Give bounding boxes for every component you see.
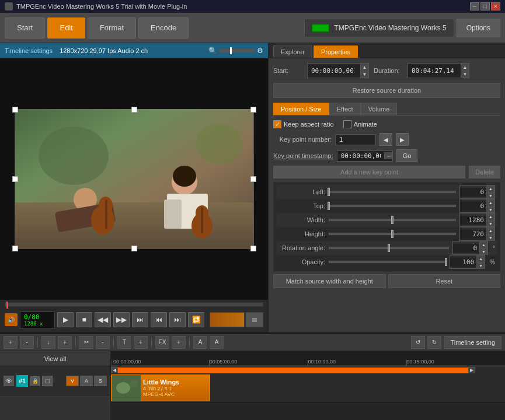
text-button[interactable]: T (117, 336, 131, 349)
opacity-slider-thumb[interactable] (445, 258, 447, 266)
sub-tab-position-size[interactable]: Position / Size (273, 103, 329, 115)
fx-button[interactable]: FX (155, 336, 169, 349)
subtitle-track-button[interactable]: S (94, 376, 107, 386)
prev-button[interactable]: ◀◀ (95, 312, 111, 327)
end-button[interactable]: ⏭ (132, 312, 148, 327)
width-slider[interactable] (329, 219, 456, 221)
opacity-value[interactable] (450, 258, 476, 267)
duration-input[interactable] (408, 66, 461, 76)
lock-icon[interactable]: 🔒 (30, 376, 40, 386)
top-spin-down[interactable]: ▼ (486, 206, 494, 212)
rotation-slider[interactable] (329, 247, 449, 249)
height-slider[interactable] (329, 233, 456, 235)
opacity-spin-up[interactable]: ▲ (476, 256, 485, 262)
go-button[interactable]: Go (396, 149, 418, 162)
redo-button[interactable]: ↻ (427, 336, 441, 349)
top-slider-thumb[interactable] (328, 202, 330, 210)
rotation-value[interactable] (453, 244, 479, 253)
video-track-button[interactable]: V (66, 376, 79, 386)
audio-b-button[interactable]: A (210, 336, 224, 349)
left-spin-up[interactable]: ▲ (486, 186, 494, 192)
height-spin-up[interactable]: ▲ (486, 228, 494, 234)
handle-bottom-right[interactable] (250, 246, 256, 251)
key-point-prev-button[interactable] (379, 133, 392, 146)
height-spin-down[interactable]: ▼ (486, 234, 494, 240)
frame-prev-button[interactable]: ⏮ (151, 312, 167, 327)
width-spin-up[interactable]: ▲ (486, 214, 494, 220)
add-key-point-button[interactable]: Add a new key point (273, 166, 465, 178)
animate-checkbox[interactable] (343, 120, 351, 128)
track-settings-icon[interactable]: □ (42, 376, 53, 386)
match-source-button[interactable]: Match source width and height (273, 274, 386, 288)
sub-tab-volume[interactable]: Volume (361, 103, 398, 115)
scroll-right-arrow[interactable]: ▶ (468, 367, 475, 374)
start-spin-up[interactable]: ▲ (360, 64, 368, 71)
cut-button[interactable]: ✂ (79, 336, 93, 349)
duration-spin-down[interactable]: ▼ (461, 71, 469, 78)
scroll-thumb[interactable] (118, 368, 468, 373)
top-slider[interactable] (329, 205, 456, 207)
titlebar-controls[interactable]: ─ □ ✕ (470, 2, 500, 10)
undo-button[interactable]: ↺ (411, 336, 425, 349)
loop-button[interactable]: 🔁 (188, 312, 204, 327)
horizontal-scrollbar[interactable]: ◀ ▶ (111, 366, 505, 373)
handle-top-right[interactable] (250, 107, 256, 113)
reset-button[interactable]: Reset (388, 274, 501, 288)
handle-middle-right[interactable] (250, 176, 256, 182)
delete-button[interactable]: Delete (469, 166, 500, 178)
format-button[interactable]: Format (88, 18, 136, 38)
remove-track-button[interactable]: - (20, 336, 34, 349)
close-button[interactable]: ✕ (491, 2, 500, 10)
scroll-left-arrow[interactable]: ◀ (111, 367, 118, 374)
timestamp-spin[interactable]: – (384, 152, 392, 159)
handle-bottom-left[interactable] (12, 246, 18, 251)
track-eye-icon[interactable]: 👁 (4, 376, 14, 386)
maximize-button[interactable]: □ (480, 2, 490, 10)
key-point-number-input[interactable] (335, 134, 376, 145)
handle-middle-left[interactable] (12, 176, 18, 182)
width-slider-thumb[interactable] (391, 216, 393, 224)
text-add-button[interactable]: + (134, 336, 148, 349)
fx-add-button[interactable]: + (172, 336, 186, 349)
audio-a-button[interactable]: A (193, 336, 207, 349)
width-spin-down[interactable]: ▼ (486, 220, 494, 226)
encode-button[interactable]: Encode (138, 18, 189, 38)
start-input[interactable] (308, 66, 360, 76)
edit-button[interactable]: Edit (47, 18, 85, 38)
keep-aspect-ratio-checkbox[interactable]: ✓ (273, 120, 281, 128)
tab-properties[interactable]: Properties (314, 46, 358, 58)
add-item-button[interactable]: + (58, 336, 72, 349)
sub-tab-effect[interactable]: Effect (329, 103, 361, 115)
play-button[interactable]: ▶ (57, 312, 74, 327)
top-value[interactable] (460, 202, 486, 211)
rotation-slider-thumb[interactable] (388, 244, 390, 252)
stop-button[interactable]: ■ (76, 312, 92, 327)
left-spin-down[interactable]: ▼ (486, 192, 494, 198)
key-point-timestamp-input[interactable] (337, 151, 384, 161)
left-slider[interactable] (329, 191, 456, 193)
timeline-setting-button[interactable]: Timeline setting (444, 336, 501, 349)
rotation-spin-up[interactable]: ▲ (479, 242, 487, 248)
top-spin-up[interactable]: ▲ (486, 200, 494, 206)
start-button[interactable]: Start (5, 18, 45, 38)
height-slider-thumb[interactable] (391, 230, 393, 238)
audio-track-button[interactable]: A (80, 376, 93, 386)
view-all-button[interactable]: View all (0, 351, 110, 366)
add-track-button[interactable]: + (4, 336, 18, 349)
progress-bar[interactable] (5, 302, 263, 307)
options-button[interactable]: Options (457, 19, 500, 37)
next-button[interactable]: ▶▶ (113, 312, 130, 327)
duration-spin-up[interactable]: ▲ (461, 64, 469, 71)
handle-top-middle[interactable] (131, 107, 137, 113)
rotation-spin-down[interactable]: ▼ (479, 248, 487, 254)
height-value[interactable] (460, 230, 486, 239)
width-value[interactable] (460, 216, 486, 225)
trim-button[interactable]: - (96, 336, 110, 349)
tab-explorer[interactable]: Explorer (273, 46, 312, 58)
start-spin-down[interactable]: ▼ (360, 71, 368, 78)
key-point-next-button[interactable] (396, 133, 409, 146)
frame-next-button[interactable]: ⏭ (169, 312, 186, 327)
left-value[interactable] (460, 188, 486, 197)
handle-top-left[interactable] (12, 107, 18, 113)
opacity-slider[interactable] (329, 261, 446, 263)
